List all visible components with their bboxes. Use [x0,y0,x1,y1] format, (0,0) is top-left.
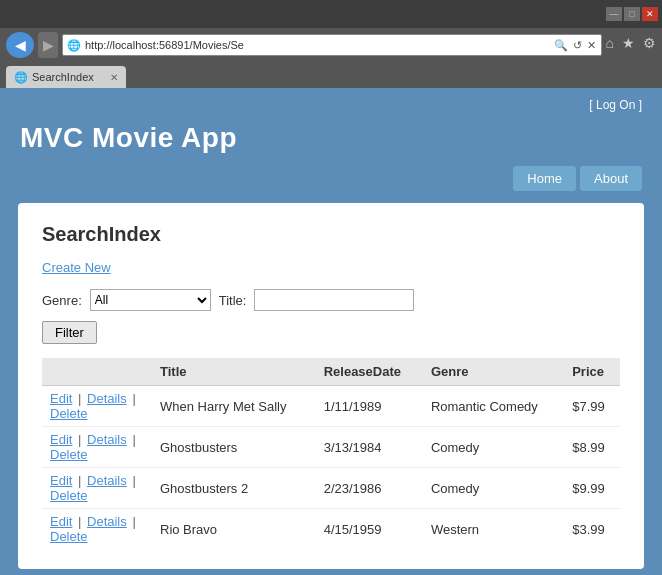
action-separator: | [129,391,136,406]
row-genre: Comedy [423,468,564,509]
details-link[interactable]: Details [87,514,127,529]
row-release-date: 4/15/1959 [316,509,423,550]
refresh-button[interactable]: ↺ [572,39,583,52]
details-link[interactable]: Details [87,391,127,406]
col-title: Title [152,358,316,386]
page-header: [ Log On ] MVC Movie App Home About [0,88,662,203]
filter-row: Genre: All Comedy Romantic Comedy Wester… [42,289,620,311]
row-genre: Western [423,509,564,550]
favorites-toolbar-button[interactable]: ★ [622,35,635,51]
edit-link[interactable]: Edit [50,473,72,488]
minimize-button[interactable]: — [606,7,622,21]
row-release-date: 2/23/1986 [316,468,423,509]
details-link[interactable]: Details [87,473,127,488]
row-genre: Romantic Comedy [423,386,564,427]
edit-link[interactable]: Edit [50,391,72,406]
col-actions [42,358,152,386]
row-genre: Comedy [423,427,564,468]
filter-button[interactable]: Filter [42,321,97,344]
delete-link[interactable]: Delete [50,447,88,462]
browser-chrome: — □ ✕ ◀ ▶ 🌐 http://localhost:56891/Movie… [0,0,662,88]
title-label: Title: [219,293,247,308]
row-price: $8.99 [564,427,620,468]
tab-favicon: 🌐 [14,71,28,84]
home-toolbar-button[interactable]: ⌂ [606,35,614,51]
row-title: Rio Bravo [152,509,316,550]
col-release-date: ReleaseDate [316,358,423,386]
delete-link[interactable]: Delete [50,488,88,503]
action-separator: | [129,514,136,529]
col-price: Price [564,358,620,386]
log-on-link[interactable]: [ Log On ] [589,98,642,112]
table-row: Edit | Details | DeleteWhen Harry Met Sa… [42,386,620,427]
delete-link[interactable]: Delete [50,529,88,544]
table-row: Edit | Details | DeleteRio Bravo4/15/195… [42,509,620,550]
row-actions: Edit | Details | Delete [42,509,152,550]
toolbar-right: ⌂ ★ ⚙ [606,35,656,55]
table-row: Edit | Details | DeleteGhostbusters3/13/… [42,427,620,468]
action-separator: | [74,391,85,406]
tab-bar: 🌐 SearchIndex ✕ [0,62,662,88]
row-title: Ghostbusters 2 [152,468,316,509]
address-favicon: 🌐 [67,39,81,52]
title-bar: — □ ✕ [0,0,662,28]
home-nav-button[interactable]: Home [513,166,576,191]
details-link[interactable]: Details [87,432,127,447]
page-wrapper: [ Log On ] MVC Movie App Home About Sear… [0,88,662,575]
forward-button[interactable]: ▶ [38,32,58,58]
genre-label: Genre: [42,293,82,308]
row-actions: Edit | Details | Delete [42,468,152,509]
app-title: MVC Movie App [20,116,642,166]
back-button[interactable]: ◀ [6,32,34,58]
address-text: http://localhost:56891/Movies/Se [85,39,549,51]
row-actions: Edit | Details | Delete [42,386,152,427]
search-button[interactable]: 🔍 [553,39,569,52]
title-input[interactable] [254,289,414,311]
action-separator: | [74,514,85,529]
row-release-date: 3/13/1984 [316,427,423,468]
stop-button[interactable]: ✕ [586,39,597,52]
row-release-date: 1/11/1989 [316,386,423,427]
nav-bar: ◀ ▶ 🌐 http://localhost:56891/Movies/Se 🔍… [0,28,662,62]
active-tab[interactable]: 🌐 SearchIndex ✕ [6,66,126,88]
page-heading: SearchIndex [42,223,620,246]
log-on-bar: [ Log On ] [20,96,642,116]
content-area: SearchIndex Create New Genre: All Comedy… [18,203,644,569]
edit-link[interactable]: Edit [50,514,72,529]
delete-link[interactable]: Delete [50,406,88,421]
row-title: Ghostbusters [152,427,316,468]
tab-label: SearchIndex [32,71,106,83]
row-price: $7.99 [564,386,620,427]
movies-table: Title ReleaseDate Genre Price Edit | Det… [42,358,620,549]
table-row: Edit | Details | DeleteGhostbusters 22/2… [42,468,620,509]
nav-buttons: Home About [20,166,642,203]
create-new-link[interactable]: Create New [42,260,111,275]
edit-link[interactable]: Edit [50,432,72,447]
action-separator: | [74,473,85,488]
col-genre: Genre [423,358,564,386]
table-header-row: Title ReleaseDate Genre Price [42,358,620,386]
about-nav-button[interactable]: About [580,166,642,191]
tab-close-icon[interactable]: ✕ [110,72,118,83]
row-actions: Edit | Details | Delete [42,427,152,468]
row-price: $3.99 [564,509,620,550]
maximize-button[interactable]: □ [624,7,640,21]
row-title: When Harry Met Sally [152,386,316,427]
genre-select[interactable]: All Comedy Romantic Comedy Western [90,289,211,311]
address-bar[interactable]: 🌐 http://localhost:56891/Movies/Se 🔍 ↺ ✕ [62,34,602,56]
action-separator: | [129,473,136,488]
action-separator: | [129,432,136,447]
close-button[interactable]: ✕ [642,7,658,21]
action-separator: | [74,432,85,447]
address-actions: 🔍 ↺ ✕ [553,39,597,52]
row-price: $9.99 [564,468,620,509]
settings-toolbar-button[interactable]: ⚙ [643,35,656,51]
